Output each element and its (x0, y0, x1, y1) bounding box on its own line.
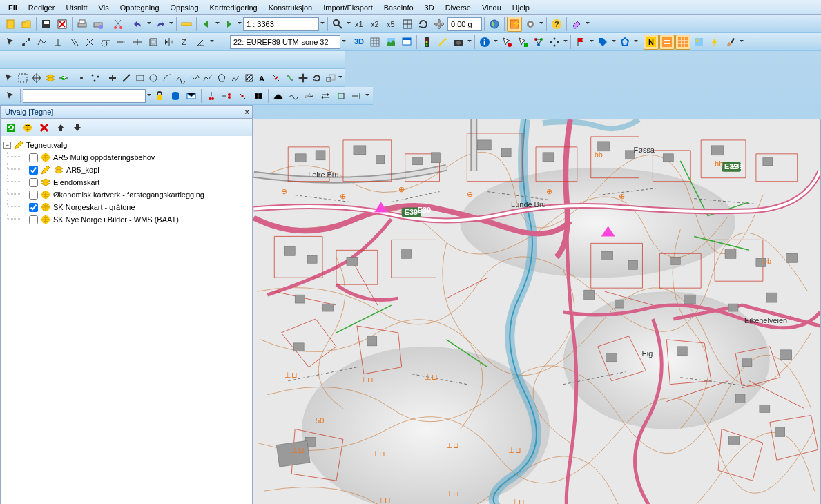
cut-button[interactable] (110, 17, 126, 32)
pointer2-tool[interactable] (3, 88, 18, 104)
wand-tool[interactable] (435, 35, 450, 50)
layer-name-input[interactable] (23, 89, 146, 103)
polyline-tool[interactable] (202, 70, 215, 86)
join-tool[interactable] (283, 70, 296, 86)
flag-dropdown[interactable] (589, 35, 595, 50)
settings-dropdown[interactable] (539, 17, 544, 32)
tree-checkbox[interactable] (29, 191, 38, 200)
traffic-light-tool[interactable] (419, 35, 434, 50)
toggle-layers-button[interactable] (659, 35, 675, 50)
add-node-tool[interactable]: + (57, 70, 70, 86)
tree-checkbox[interactable] (29, 166, 38, 175)
line-tool[interactable] (120, 70, 133, 86)
point-tool[interactable] (75, 70, 88, 86)
parallel-tool[interactable] (66, 35, 81, 50)
info-dropdown[interactable] (493, 35, 499, 50)
toolbar-edit-dropdown[interactable] (365, 88, 370, 104)
close-button[interactable] (55, 17, 70, 32)
intersect-tool[interactable] (82, 35, 97, 50)
tangent-tool[interactable] (98, 35, 113, 50)
extend-tool[interactable] (114, 35, 129, 50)
measure-angle-tool[interactable] (193, 35, 209, 50)
layer-name-dropdown[interactable] (146, 88, 152, 104)
menu-diverse[interactable]: Diverse (440, 1, 476, 14)
nav-forward-button[interactable] (221, 17, 236, 32)
grid-button[interactable] (367, 35, 383, 50)
print-button[interactable] (75, 17, 90, 32)
tree-down-button[interactable] (70, 120, 85, 135)
menu-import-eksport[interactable]: Import/Eksport (318, 1, 378, 14)
polygon-dropdown[interactable] (633, 35, 639, 50)
crosshair-tool[interactable] (30, 70, 43, 86)
tree-checkbox[interactable] (29, 203, 38, 212)
refresh-button[interactable] (416, 17, 431, 32)
menu-fil[interactable]: Fil (3, 1, 23, 14)
scissors-h-tool[interactable] (219, 88, 234, 104)
menu-opptegning[interactable]: Opptegning (115, 1, 165, 14)
zoom-button[interactable] (330, 17, 345, 32)
offset-tool[interactable] (146, 35, 161, 50)
tree-item-5[interactable]: SK Nye Norge i Bilder - WMS (BAAT) (3, 213, 249, 226)
new-file-button[interactable] (3, 17, 18, 32)
cut-line-tool[interactable] (235, 88, 250, 104)
merge-tool[interactable] (251, 88, 266, 104)
polygon-tool[interactable] (215, 70, 229, 86)
scissors-v-tool[interactable] (204, 88, 219, 104)
snap-toggle-button[interactable]: ⚡ (507, 17, 522, 32)
plus-tool[interactable] (106, 70, 119, 86)
spline-tool[interactable] (188, 70, 201, 86)
scale-input[interactable] (243, 17, 319, 31)
nav-forward-dropdown[interactable] (237, 17, 242, 32)
move-tool[interactable] (297, 70, 310, 86)
scale-tool[interactable] (325, 70, 338, 86)
eraser-dropdown[interactable] (585, 17, 590, 32)
redo-dropdown[interactable] (168, 17, 174, 32)
image-tool[interactable] (691, 35, 706, 50)
flag-red-tool[interactable] (573, 35, 588, 50)
zoom-x1-button[interactable]: x1 (352, 17, 367, 32)
pan-button[interactable] (432, 17, 447, 32)
window-button[interactable] (399, 35, 414, 50)
nav-back-dropdown[interactable] (215, 17, 220, 32)
multipoint-tool[interactable] (88, 70, 102, 86)
extend-to-tool[interactable] (349, 88, 364, 104)
tree-globe-button[interactable] (20, 120, 35, 135)
tree-item-2[interactable]: Eiendomskart (3, 176, 249, 188)
freehand-tool[interactable] (229, 70, 242, 86)
coordsys-dropdown[interactable] (341, 35, 347, 50)
toolbar-draw-dropdown[interactable] (338, 70, 342, 86)
network-dropdown[interactable] (563, 35, 568, 50)
menu-oppslag[interactable]: Oppslag (165, 1, 204, 14)
menu-3d[interactable]: 3D (419, 1, 440, 14)
select-multi-tool[interactable] (515, 35, 530, 50)
open-file-button[interactable] (19, 17, 34, 32)
map-canvas[interactable]: E39 E39 ⊕⊕⊕ ⊕⊕⊕ bbbbbb ⊥⊔⊥⊔⊥⊔ ⊥⊔⊥⊔⊥⊔ ⊥⊔⊥… (253, 119, 821, 504)
tree-checkbox[interactable] (29, 153, 38, 162)
topology-tool[interactable] (531, 35, 546, 50)
tree-checkbox[interactable] (29, 215, 38, 224)
menu-baseinfo[interactable]: Baseinfo (378, 1, 419, 14)
text-tool[interactable]: A (256, 70, 269, 86)
vertex-tool[interactable] (35, 35, 50, 50)
arc-tool[interactable] (161, 70, 174, 86)
tree-refresh-button[interactable] (3, 120, 19, 135)
ruler-button[interactable] (179, 17, 194, 32)
eraser-button[interactable] (569, 17, 584, 32)
camera-tool[interactable] (451, 35, 466, 50)
symbol-z-tool[interactable]: Z (177, 35, 193, 50)
menu-utsnitt[interactable]: Utsnitt (60, 1, 93, 14)
menu-konstruksjon[interactable]: Konstruksjon (263, 1, 318, 14)
camera-dropdown[interactable] (467, 35, 472, 50)
edit-line-tool[interactable] (271, 88, 286, 104)
brush-tool[interactable] (723, 35, 738, 50)
trim-tool[interactable] (130, 35, 145, 50)
tree-delete-button[interactable] (37, 120, 52, 135)
zoom-dropdown[interactable] (346, 17, 351, 32)
help-button[interactable]: ? (549, 17, 564, 32)
undo-button[interactable] (131, 17, 146, 32)
lock-tool[interactable] (152, 88, 167, 104)
smooth-tool[interactable] (286, 88, 301, 104)
split-tool[interactable] (270, 70, 283, 86)
menu-rediger[interactable]: Rediger (23, 1, 61, 14)
save-button[interactable] (39, 17, 54, 32)
